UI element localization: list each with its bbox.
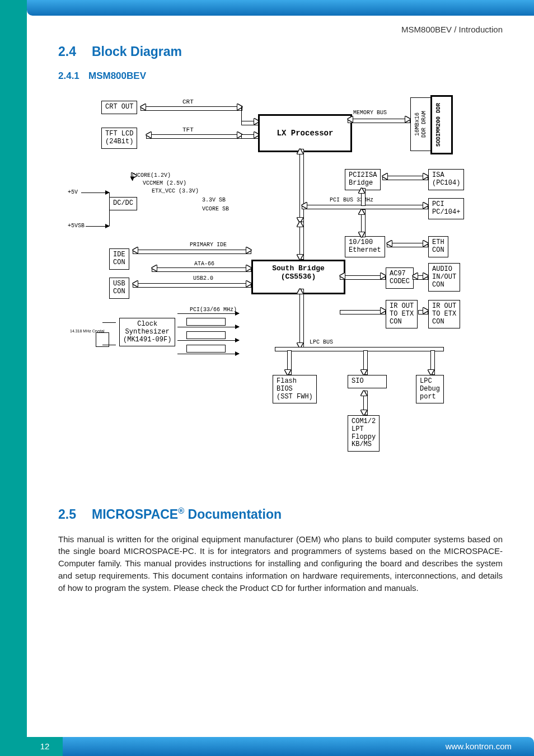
bus-crt-to-lx bbox=[241, 121, 259, 125]
dec bbox=[186, 318, 226, 326]
box-ac97: AC97 CODEC bbox=[386, 267, 414, 289]
bus-lpc bbox=[275, 347, 444, 351]
box-audio: AUDIO IN/OUT CON bbox=[428, 263, 460, 292]
lbl-vccmem: VCCMEM (2.5V) bbox=[143, 180, 186, 186]
bus-pci-up bbox=[361, 188, 366, 206]
l bbox=[177, 313, 239, 314]
lbl-vcoresb: VCORE SB bbox=[202, 206, 229, 212]
bus-crt bbox=[140, 106, 242, 111]
line-5v bbox=[81, 192, 109, 193]
lbl-primary-ide: PRIMARY IDE bbox=[190, 242, 227, 248]
bus-lpc-v bbox=[299, 289, 304, 348]
bus-pci-eth bbox=[361, 209, 366, 237]
heading-title: Block Diagram bbox=[92, 44, 182, 59]
lbl-5v: +5V bbox=[68, 189, 78, 195]
arr bbox=[133, 174, 133, 181]
heading-title: MSM800BEV bbox=[88, 71, 146, 81]
page: MSM800BEV / Introduction 2.4Block Diagra… bbox=[0, 0, 534, 756]
heading-num: 2.4 bbox=[58, 44, 92, 59]
breadcrumb: MSM800BEV / Introduction bbox=[58, 25, 503, 34]
box-clock: Clock Synthesizer (MK1491-09F) bbox=[119, 318, 175, 346]
bus-ir bbox=[340, 310, 386, 314]
heading-2-4-1: 2.4.1MSM800BEV bbox=[58, 71, 503, 82]
box-flash: Flash BIOS (SST FWH) bbox=[273, 375, 317, 403]
footer: 12 www.kontron.com bbox=[27, 737, 534, 756]
top-accent bbox=[27, 0, 534, 16]
bus-tft-to-lx bbox=[241, 134, 259, 139]
lbl-etxvcc: ETX_VCC (3.3V) bbox=[152, 188, 199, 194]
lbl-lpc: LPC BUS bbox=[310, 339, 333, 345]
dec bbox=[186, 345, 226, 353]
box-pci2isa: PCI2ISA Bridge bbox=[345, 169, 381, 190]
bus-ide bbox=[133, 250, 251, 254]
dec bbox=[186, 331, 226, 339]
box-ide-con: IDE CON bbox=[109, 248, 129, 270]
box-ddr1: 16MBx16 DDR DRAM bbox=[410, 97, 433, 151]
box-eth: 10/100 Ethernet bbox=[345, 236, 385, 257]
bus-usb bbox=[133, 283, 251, 288]
line-5vsb bbox=[86, 226, 109, 227]
bus-eth-con bbox=[387, 243, 428, 247]
heading-2-5: 2.5MICROSPACE® Documentation bbox=[58, 506, 503, 522]
l bbox=[177, 354, 239, 354]
bus-isa bbox=[382, 176, 428, 180]
bus-lx-pci bbox=[299, 149, 304, 223]
lbl-vcore12: VCORE(1.2V) bbox=[134, 172, 171, 179]
lbl-memory-bus: MEMORY BUS bbox=[353, 110, 387, 116]
box-lx-processor: LX Processor bbox=[258, 114, 352, 152]
lbl-33sb: 3.3V SB bbox=[202, 197, 226, 203]
l bbox=[102, 322, 116, 323]
bus-ac97 bbox=[340, 275, 386, 280]
lbl-ata66: ATA-66 bbox=[194, 261, 214, 267]
bus-ata bbox=[152, 267, 251, 272]
box-tft-lcd: TFT LCD (24Bit) bbox=[101, 128, 137, 149]
l bbox=[430, 350, 435, 375]
bus-ir2 bbox=[418, 310, 428, 314]
l bbox=[177, 327, 239, 327]
box-usb-con: USB CON bbox=[109, 278, 129, 299]
box-eth-con: ETH CON bbox=[428, 236, 448, 257]
box-sio: SIO bbox=[348, 375, 387, 388]
block-diagram: CRT OUT TFT LCD (24Bit) CRT TFT LX Proce… bbox=[68, 87, 493, 490]
lbl-crt: CRT bbox=[182, 98, 194, 105]
lbl-pci3366: PCI(33/66 MHz) bbox=[190, 307, 237, 313]
footer-url: www.kontron.com bbox=[446, 737, 534, 756]
lbl-tft: TFT bbox=[182, 126, 194, 133]
box-ir-out: IR OUT TO ETX CON bbox=[428, 300, 460, 328]
l bbox=[102, 345, 116, 345]
lbl-usb20: USB2.0 bbox=[193, 275, 213, 281]
box-lpc-debug: LPC Debug port bbox=[416, 375, 444, 403]
l bbox=[177, 340, 239, 341]
box-ir-in: IR OUT TO ETX CON bbox=[386, 300, 418, 328]
body-paragraph: This manual is written for the original … bbox=[58, 533, 503, 594]
box-crt-out: CRT OUT bbox=[101, 101, 137, 114]
l bbox=[363, 350, 368, 375]
box-dcdc: DC/DC bbox=[109, 197, 137, 210]
page-number: 12 bbox=[27, 737, 63, 756]
box-ddr2: SODIMM200 DDR bbox=[430, 95, 453, 154]
lbl-pci-bus: PCI BUS 33MHz bbox=[330, 197, 373, 203]
lbl-5vsb: +5VSB bbox=[68, 223, 85, 229]
heading-2-4: 2.4Block Diagram bbox=[58, 44, 503, 59]
heading-title-pre: MICROSPACE bbox=[92, 507, 178, 522]
side-accent bbox=[0, 0, 27, 756]
box-pci104: PCI PC/104+ bbox=[428, 198, 464, 219]
heading-num: 2.5 bbox=[58, 507, 92, 522]
l bbox=[363, 391, 368, 415]
heading-title-sup: ® bbox=[178, 506, 184, 515]
box-isa: ISA (PC104) bbox=[428, 169, 464, 190]
bus-audio bbox=[413, 275, 428, 280]
l bbox=[287, 350, 292, 375]
page-content: MSM800BEV / Introduction 2.4Block Diagra… bbox=[27, 16, 534, 594]
bus-mem bbox=[348, 119, 410, 123]
box-com: COM1/2 LPT Floppy KB/MS bbox=[348, 415, 380, 452]
heading-title-post: Documentation bbox=[184, 507, 282, 522]
bus-lx-sb1 bbox=[299, 222, 304, 260]
heading-num: 2.4.1 bbox=[58, 71, 88, 82]
bus-tft bbox=[146, 134, 242, 139]
